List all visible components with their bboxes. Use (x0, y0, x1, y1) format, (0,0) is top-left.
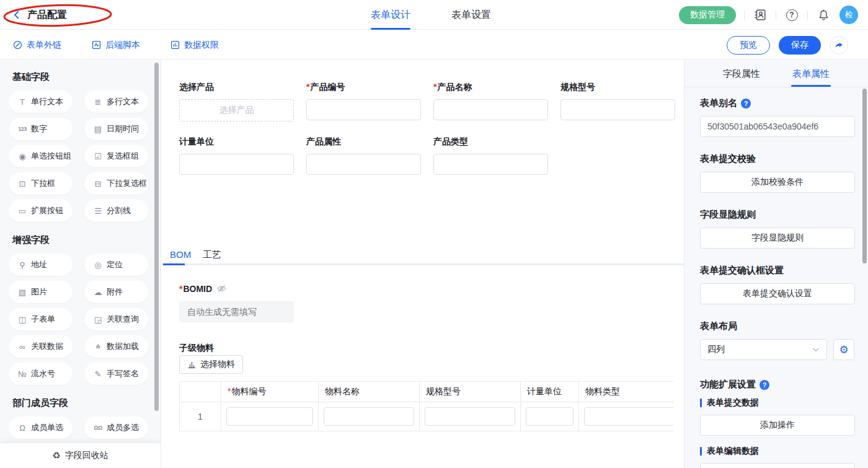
palette-item-member-single[interactable]: Ω成员单选 (9, 417, 73, 439)
share-button[interactable] (830, 36, 848, 55)
data-permission-link[interactable]: 数据权限 (170, 40, 219, 51)
palette-item-number[interactable]: 123数字 (9, 118, 73, 140)
palette-item-datetime[interactable]: ▤日期时间 (84, 118, 148, 140)
tab-process[interactable]: 工艺 (203, 246, 221, 263)
layout-gear-button[interactable]: ⚙ (833, 339, 854, 360)
product-type-input[interactable] (433, 154, 548, 175)
subtable-title: 子级物料 (179, 343, 214, 354)
palette-section-title: 基础字段 (12, 71, 161, 83)
palette-item-subform[interactable]: ◫子表单 (9, 308, 73, 330)
palette-item-radio-group[interactable]: ◉单选按钮组 (9, 145, 73, 167)
palette-item-image[interactable]: ▧图片 (9, 281, 73, 303)
field-product-attr[interactable]: 产品属性 (306, 136, 421, 175)
field-select-product[interactable]: 选择产品 选择产品 (179, 82, 294, 121)
toolbar-links: 表单外链 后端脚本 数据权限 (12, 30, 219, 60)
tab-form-design[interactable]: 表单设计 (371, 0, 410, 30)
add-validation-button[interactable]: 添加校验条件 (700, 172, 855, 193)
form-field-row: 选择产品 选择产品 产品编号 产品名称 规格型号 (179, 82, 675, 121)
palette-item-locate[interactable]: ◎定位 (84, 254, 148, 276)
layout-select[interactable]: 四列 (700, 339, 827, 360)
field-measure-unit[interactable]: 计量单位 (179, 136, 294, 175)
palette-item-member-multi[interactable]: ΩΩ成员多选 (84, 417, 148, 439)
page-title: 产品配置 (27, 9, 67, 22)
enhanced-fields-grid: ⚲地址 ◎定位 ▧图片 ☁附件 ◫子表单 ◲关联查询 ∞关联数据 ılı数据加载… (9, 254, 161, 385)
properties-scrollbar[interactable] (862, 89, 867, 263)
spec-model-cell-input[interactable] (425, 407, 515, 426)
field-recycle-bin[interactable]: ♻ 字段回收站 (0, 443, 161, 468)
palette-item-checkbox-group[interactable]: ☑复选框组 (84, 145, 148, 167)
top-header: 产品配置 表单设计 表单设置 数据管理 (0, 0, 868, 30)
product-name-input[interactable] (433, 99, 548, 120)
help-question-icon[interactable] (760, 380, 769, 390)
palette-item-data-load[interactable]: ılı数据加载 (84, 335, 148, 358)
submit-data-add-button[interactable]: 添加操作 (700, 415, 855, 436)
field-product-code[interactable]: 产品编号 (306, 82, 421, 121)
chevron-down-icon (812, 346, 820, 353)
help-icon[interactable] (784, 7, 799, 22)
palette-item-single-line-text[interactable]: T单行文本 (9, 91, 73, 113)
address-pin-icon: ⚲ (17, 260, 28, 270)
row-index: 1 (180, 402, 221, 431)
tab-form-settings[interactable]: 表单设置 (451, 0, 491, 30)
header-actions: 数据管理 检 (679, 0, 858, 30)
share-arrow-icon (834, 40, 844, 50)
field-visibility-button[interactable]: 字段显隐规则 (700, 227, 855, 249)
field-product-type[interactable]: 产品类型 (433, 136, 548, 175)
palette-item-relation-query[interactable]: ◲关联查询 (84, 308, 148, 330)
material-type-input[interactable] (584, 407, 673, 426)
preview-button[interactable]: 预览 (727, 36, 770, 55)
palette-item-signature[interactable]: ✎手写签名 (84, 363, 148, 385)
image-icon: ▧ (17, 288, 28, 297)
contact-book-icon[interactable] (753, 7, 768, 22)
active-tab-underline (163, 263, 185, 265)
col-material-name: 物料名称 (319, 382, 420, 402)
palette-item-multi-dropdown[interactable]: ⊟下拉复选框 (84, 172, 148, 195)
back-button[interactable]: 产品配置 (11, 0, 67, 30)
product-attr-input[interactable] (306, 154, 421, 175)
palette-section-title: 部门成员字段 (12, 397, 161, 409)
spec-model-input[interactable] (560, 99, 675, 120)
field-product-name[interactable]: 产品名称 (433, 82, 548, 121)
submit-confirm-button[interactable]: 表单提交确认设置 (700, 283, 855, 304)
tab-bom[interactable]: BOM (170, 246, 191, 263)
form-alias-input[interactable] (700, 116, 855, 137)
sidebar-scrollbar[interactable] (154, 63, 159, 411)
submit-validation-label: 表单提交校验 (700, 153, 854, 165)
measure-unit-input[interactable] (179, 154, 294, 175)
palette-item-extend-button[interactable]: ▭扩展按钮 (9, 200, 73, 222)
form-external-link[interactable]: 表单外链 (12, 40, 61, 51)
backend-script-link[interactable]: 后端脚本 (91, 40, 140, 51)
basic-fields-grid: T单行文本 ≣多行文本 123数字 ▤日期时间 ◉单选按钮组 ☑复选框组 ⊡下拉… (9, 91, 161, 222)
tab-field-properties[interactable]: 字段属性 (723, 60, 760, 87)
notification-bell-icon[interactable] (816, 7, 831, 22)
field-visibility-label: 字段显隐规则 (700, 209, 854, 221)
material-name-input[interactable] (324, 407, 414, 426)
palette-item-attachment[interactable]: ☁附件 (84, 281, 148, 303)
material-code-input[interactable] (226, 407, 313, 426)
palette-item-relation-data[interactable]: ∞关联数据 (9, 335, 73, 358)
palette-item-dropdown[interactable]: ⊡下拉框 (9, 172, 73, 195)
recycle-icon: ♻ (52, 450, 60, 461)
tab-form-properties[interactable]: 表单属性 (792, 60, 830, 87)
bar-chart-icon (187, 360, 197, 369)
help-question-icon[interactable] (741, 99, 751, 108)
edit-data-label: 表单编辑数据 (700, 446, 854, 457)
select-product-picker[interactable]: 选择产品 (179, 99, 294, 121)
data-manage-button[interactable]: 数据管理 (679, 6, 736, 24)
save-button[interactable]: 保存 (779, 36, 821, 55)
palette-item-serial-number[interactable]: №流水号 (9, 363, 73, 385)
edit-data-add-button[interactable]: 添加操作 (700, 463, 855, 468)
palette-item-multi-line-text[interactable]: ≣多行文本 (84, 91, 148, 113)
form-layout-row: 四列 ⚙ (700, 339, 854, 360)
avatar[interactable]: 检 (839, 6, 858, 24)
palette-item-divider-line[interactable]: ☰分割线 (84, 200, 148, 222)
eye-off-icon (216, 283, 227, 294)
relation-query-icon: ◲ (92, 315, 104, 324)
palette-item-address[interactable]: ⚲地址 (9, 254, 73, 276)
app-window: 产品配置 表单设计 表单设置 数据管理 (0, 0, 868, 468)
select-material-button[interactable]: 选择物料 (179, 355, 243, 374)
field-spec-model[interactable]: 规格型号 (560, 82, 675, 121)
multi-line-text-icon: ≣ (92, 97, 104, 107)
product-code-input[interactable] (306, 99, 421, 120)
measure-unit-cell-input[interactable] (526, 407, 574, 426)
